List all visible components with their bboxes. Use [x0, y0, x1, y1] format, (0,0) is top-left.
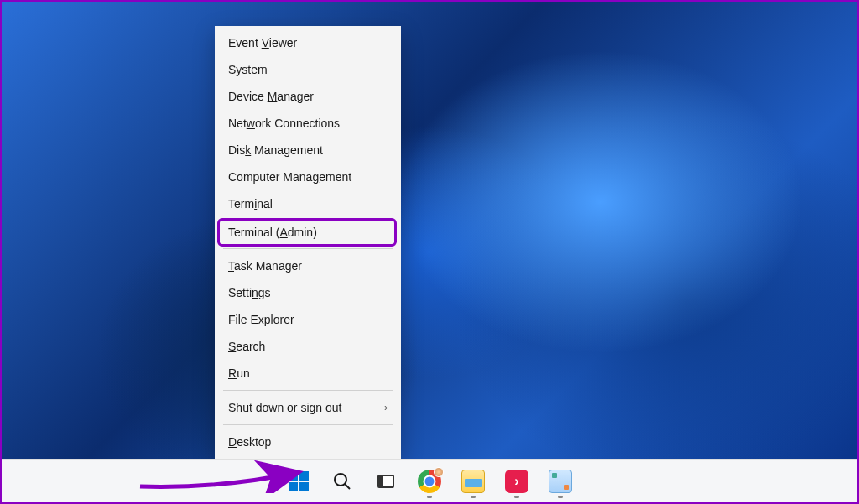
menu-item-label: Desktop: [228, 435, 271, 449]
menu-item-label: Run: [228, 366, 250, 380]
windows-start-icon: [289, 471, 309, 491]
winx-context-menu: Event ViewerSystemDevice ManagerNetwork …: [215, 26, 401, 459]
menu-item-shutdown-signout[interactable]: Shut down or sign out›: [215, 394, 401, 421]
search-button[interactable]: [324, 463, 361, 500]
running-indicator: [471, 496, 476, 498]
menu-item-terminal-admin[interactable]: Terminal (Admin): [219, 220, 395, 245]
menu-item-label: Terminal: [228, 197, 273, 210]
menu-item-settings[interactable]: Settings: [215, 279, 401, 306]
file-explorer-app[interactable]: [455, 463, 492, 500]
menu-item-label: Device Manager: [228, 90, 314, 103]
menu-separator: [223, 390, 393, 391]
menu-separator: [223, 248, 393, 249]
menu-item-terminal[interactable]: Terminal: [215, 190, 401, 217]
menu-item-run[interactable]: Run: [215, 360, 401, 387]
menu-item-label: Shut down or sign out: [228, 401, 341, 414]
svg-line-1: [345, 484, 350, 489]
menu-item-label: File Explorer: [228, 313, 294, 326]
svg-point-0: [335, 474, 346, 486]
task-view-button[interactable]: [367, 463, 404, 500]
menu-item-label: Computer Management: [228, 170, 351, 184]
task-view-icon: [377, 475, 394, 488]
menu-item-show-desktop[interactable]: Desktop: [215, 429, 401, 455]
menu-item-label: Task Manager: [228, 259, 302, 273]
todoist-app[interactable]: ›: [498, 463, 535, 500]
menu-item-label: Settings: [228, 286, 271, 299]
file-explorer-icon: [461, 470, 485, 493]
chrome-app[interactable]: [411, 463, 448, 500]
menu-item-label: Search: [228, 340, 265, 353]
menu-item-task-manager[interactable]: Task Manager: [215, 252, 401, 279]
menu-separator: [223, 424, 393, 425]
control-panel-icon: [549, 470, 572, 493]
taskbar: ›: [2, 459, 857, 502]
menu-item-system[interactable]: System: [215, 56, 401, 83]
running-indicator: [514, 496, 519, 498]
chevron-right-icon: ›: [384, 402, 388, 413]
menu-item-search[interactable]: Search: [215, 333, 401, 360]
menu-item-label: Event Viewer: [228, 36, 297, 49]
menu-item-device-manager[interactable]: Device Manager: [215, 83, 401, 110]
menu-item-computer-management[interactable]: Computer Management: [215, 164, 401, 190]
start-button[interactable]: [280, 463, 317, 500]
app-icon: ›: [505, 470, 528, 493]
search-icon: [332, 471, 352, 491]
menu-item-label: Disk Management: [228, 143, 323, 157]
menu-item-label: Terminal (Admin): [228, 226, 317, 239]
control-panel-app[interactable]: [542, 463, 579, 500]
desktop-wallpaper: [2, 2, 857, 502]
menu-item-label: System: [228, 63, 268, 76]
menu-item-network-connections[interactable]: Network Connections: [215, 110, 401, 137]
menu-item-file-explorer[interactable]: File Explorer: [215, 306, 401, 333]
running-indicator: [558, 496, 563, 498]
chrome-icon: [418, 470, 441, 493]
running-indicator: [427, 496, 432, 498]
menu-item-label: Network Connections: [228, 117, 340, 130]
menu-item-event-viewer[interactable]: Event Viewer: [215, 29, 401, 56]
menu-item-disk-management[interactable]: Disk Management: [215, 137, 401, 164]
